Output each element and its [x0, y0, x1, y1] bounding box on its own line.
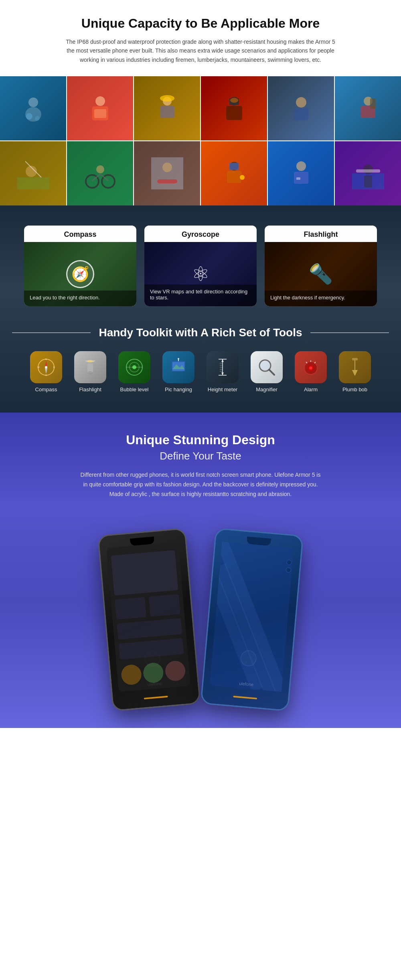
bottom-bar-black — [144, 695, 168, 699]
svg-rect-86 — [115, 597, 146, 619]
capacity-section: Unique Capacity to Be Applicable More Th… — [0, 0, 401, 76]
compass-image: 🧭 Lead you to the right direction. — [24, 242, 136, 306]
bubble-tool-label: Bubble level — [120, 386, 149, 392]
gyroscope-card: Gyroscope ⚛ View VR maps and tell direct… — [144, 226, 257, 306]
svg-point-8 — [160, 95, 174, 102]
flashlight-icon: 🔦 — [309, 263, 333, 285]
svg-rect-32 — [227, 171, 241, 183]
svg-point-33 — [240, 175, 245, 180]
photo-technician — [268, 141, 334, 205]
svg-text:S: S — [45, 374, 47, 376]
tool-height: Height meter — [203, 351, 243, 392]
svg-rect-87 — [149, 594, 180, 616]
svg-line-74 — [269, 370, 274, 375]
photo-cyclist — [67, 141, 133, 205]
svg-text:E: E — [53, 366, 55, 368]
tool-alarm: Alarm — [291, 351, 331, 392]
phone-black-wrapper: ulefone — [97, 528, 201, 711]
design-title: Unique Stunning Design — [24, 433, 377, 447]
compass-tool-label: Compass — [35, 386, 57, 392]
svg-text:N: N — [45, 358, 47, 360]
compass-card: Compass 🧭 Lead you to the right directio… — [24, 226, 136, 306]
phone-blue-wrapper: ulefone — [200, 528, 304, 711]
svg-rect-11 — [226, 106, 242, 120]
tool-flashlight: Flashlight — [70, 351, 110, 392]
flashlight-desc: Light the darkness if emergency. — [265, 291, 377, 306]
photo-hiker — [335, 76, 401, 140]
svg-point-73 — [261, 361, 269, 370]
pic-tool-icon — [162, 351, 194, 383]
phone-black: ulefone — [97, 528, 201, 711]
flashlight-card: Flashlight 🔦 Light the darkness if emerg… — [265, 226, 377, 306]
flashlight-image: 🔦 Light the darkness if emergency. — [265, 242, 377, 306]
photo-snowboard — [134, 141, 200, 205]
photo-firefighter — [201, 76, 267, 140]
flashlight-title: Flashlight — [265, 226, 377, 242]
tool-magnifier: Magnifier — [247, 351, 287, 392]
gyroscope-title: Gyroscope — [144, 226, 257, 242]
height-tool-icon — [207, 351, 239, 383]
magnifier-tool-label: Magnifier — [256, 386, 277, 392]
magnifier-tool-icon — [251, 351, 283, 383]
compass-desc: Lead you to the right direction. — [24, 291, 136, 306]
alarm-tool-label: Alarm — [304, 386, 318, 392]
phone-screen-black — [106, 541, 191, 691]
svg-rect-83 — [352, 358, 358, 360]
feature-cards: Compass 🧭 Lead you to the right directio… — [12, 226, 389, 306]
dark-section: Compass 🧭 Lead you to the right directio… — [0, 205, 401, 413]
svg-point-28 — [162, 163, 172, 172]
plumb-tool-icon — [339, 351, 371, 383]
svg-rect-15 — [294, 108, 308, 120]
phones-row: ulefone — [24, 515, 377, 708]
design-subtitle: Define Your Taste — [24, 450, 377, 462]
photo-grid — [0, 76, 401, 205]
svg-rect-39 — [364, 175, 372, 187]
plumb-tool-label: Plumb bob — [342, 386, 367, 392]
design-section: Unique Stunning Design Define Your Taste… — [0, 413, 401, 728]
phone-blue: ulefone — [200, 528, 304, 711]
pic-tool-label: Pic hanging — [165, 386, 192, 392]
gyroscope-icon: ⚛ — [192, 262, 210, 286]
svg-marker-66 — [221, 372, 224, 375]
compass-tool-icon: N S W E — [30, 351, 62, 383]
design-description: Different from other rugged phones, it i… — [80, 470, 321, 499]
svg-rect-6 — [94, 109, 106, 118]
gyroscope-desc: View VR maps and tell direction accordin… — [144, 285, 257, 306]
photo-fisherman — [0, 141, 66, 205]
svg-rect-27 — [151, 157, 183, 189]
svg-point-0 — [28, 98, 38, 107]
toolkit-title-text: Handy Toolkit with A Rich Set of Tools — [99, 326, 302, 339]
svg-rect-18 — [370, 98, 376, 109]
svg-point-13 — [230, 98, 238, 103]
photo-diver — [0, 76, 66, 140]
svg-point-14 — [296, 97, 306, 108]
svg-rect-40 — [356, 169, 380, 173]
phone-back-blue — [210, 541, 294, 691]
svg-point-24 — [96, 165, 104, 173]
alarm-tool-icon — [295, 351, 327, 383]
svg-point-34 — [296, 161, 306, 171]
svg-point-44 — [45, 366, 47, 368]
svg-rect-85 — [111, 550, 178, 596]
gyroscope-image: ⚛ View VR maps and tell direction accord… — [144, 242, 257, 306]
compass-icon: 🧭 — [66, 260, 94, 288]
svg-marker-65 — [221, 359, 224, 362]
svg-point-51 — [87, 371, 93, 374]
tool-pic: Pic hanging — [158, 351, 198, 392]
svg-point-60 — [178, 358, 179, 360]
svg-rect-36 — [296, 177, 300, 180]
svg-rect-19 — [17, 177, 49, 189]
svg-point-3 — [35, 116, 40, 121]
photo-man — [268, 76, 334, 140]
photo-watersport — [335, 141, 401, 205]
svg-point-52 — [87, 360, 93, 362]
svg-point-77 — [309, 366, 312, 370]
svg-point-4 — [95, 96, 105, 106]
photo-construction — [134, 76, 200, 140]
photo-welder — [201, 141, 267, 205]
tool-compass: N S W E Compass — [26, 351, 66, 392]
bottom-bar-blue — [233, 695, 257, 699]
photo-delivery — [67, 76, 133, 140]
toolkit-title: Handy Toolkit with A Rich Set of Tools — [12, 326, 389, 339]
svg-rect-35 — [294, 172, 308, 184]
